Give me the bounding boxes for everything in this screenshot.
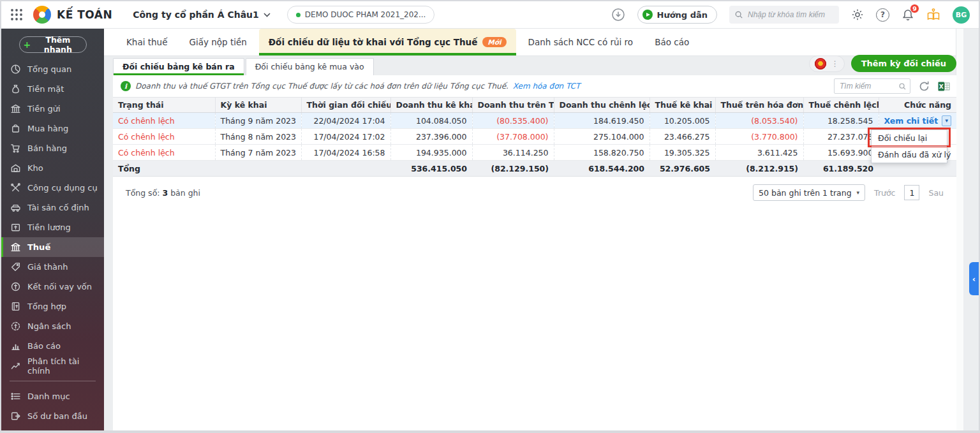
tab-bao-cao[interactable]: Báo cáo (645, 29, 699, 55)
add-period-button[interactable]: Thêm kỳ đối chiếu (851, 55, 956, 72)
cash-icon (10, 84, 21, 94)
module-tabs: Khai thuếGiấy nộp tiềnĐối chiếu dữ liệu … (104, 29, 956, 56)
tab-label: Danh sách NCC có rủi ro (528, 37, 634, 47)
sidebar-item-tai-san-co-dinh[interactable]: Tài sản cố định (1, 198, 104, 217)
app-logo-icon (33, 6, 51, 24)
cell-tax_tct: 3.611.425 (715, 145, 803, 161)
view-detail-link[interactable]: Xem chi tiết (884, 116, 939, 126)
export-excel-icon[interactable]: X (938, 81, 950, 92)
sidebar-item-label: Danh mục (27, 392, 70, 401)
avatar[interactable]: BG (953, 6, 970, 24)
total-tax_tct: (8.212.915) (715, 161, 803, 177)
cell-compared_at: 22/04/2024 17:04 (301, 113, 390, 129)
settings-icon[interactable] (851, 8, 864, 21)
current-page[interactable]: 1 (904, 185, 919, 200)
report-icon (10, 341, 21, 351)
cell-compared_at: 17/04/2024 16:58 (301, 145, 390, 161)
sidebar-item-ket-noi-vay-von[interactable]: Kết nối vay vốn (1, 277, 104, 297)
refresh-icon[interactable] (918, 80, 930, 92)
sidebar-item-label: Kho (27, 163, 43, 173)
column-header-tax_declared: Thuế kê khai (650, 98, 715, 113)
cell-period: Tháng 9 năm 2023 (215, 113, 301, 129)
sidebar-item-tien-luong[interactable]: Tiền lương (1, 217, 104, 237)
app-grid-icon[interactable] (10, 8, 23, 21)
row-actions-dropdown-button[interactable]: ▼ (942, 115, 951, 126)
sidebar-item-so-du-ban-dau[interactable]: Số dư ban đầu (1, 406, 104, 426)
reconciliation-table: Trạng tháiKỳ kê khaiThời gian đối chiếuD… (113, 97, 956, 177)
sidebar-item-label: Mua hàng (27, 124, 68, 133)
status-dot (296, 13, 301, 17)
sidebar-item-ngan-sach[interactable]: Ngân sách (1, 316, 104, 336)
quick-add-button[interactable]: + Thêm nhanh (19, 36, 87, 53)
sidebar-item-bao-cao[interactable]: Báo cáo (1, 336, 104, 356)
cell-rev_diff: 184.619.450 (554, 113, 650, 129)
tct-widget[interactable]: ⋮ (809, 55, 845, 72)
sidebar-item-tong-hop[interactable]: Tổng hợp (1, 297, 104, 316)
global-search[interactable] (729, 6, 839, 24)
view-tct-invoices-link[interactable]: Xem hóa đơn TCT (513, 82, 580, 91)
sidebar-item-ban-hang[interactable]: Bán hàng (1, 138, 104, 158)
cell-tax_tct: (3.770.800) (715, 129, 803, 145)
total-rev_tct: (82.129.150) (472, 161, 554, 177)
company-selector[interactable]: Công ty cổ phần Á Châu1 (129, 9, 274, 20)
scrollbar-track[interactable] (956, 29, 963, 430)
sidebar-item-mua-hang[interactable]: Mua hàng (1, 119, 104, 138)
guide-button[interactable]: Hướng dẫn (637, 6, 718, 24)
tag-icon (10, 261, 21, 272)
sidebar-item-tong-quan[interactable]: Tổng quan (1, 59, 104, 79)
notification-badge: 9 (910, 4, 919, 13)
sidebar-item-label: Công cụ dụng cụ (27, 183, 98, 193)
sidebar-item-phan-tich-tai-chinh[interactable]: Phân tích tài chính (1, 356, 104, 376)
subtab-mua-vao[interactable]: Đối chiếu bảng kê mua vào (246, 58, 374, 75)
record-count-unit: bản ghi (170, 188, 200, 198)
sidebar-item-gia-thanh[interactable]: Giá thành (1, 257, 104, 277)
tab-label: Báo cáo (655, 37, 689, 47)
table-search[interactable] (834, 78, 910, 94)
prev-page-button[interactable]: Trước (874, 188, 895, 198)
tools-icon (10, 182, 21, 193)
tab-giay-nop-tien[interactable]: Giấy nộp tiền (179, 29, 256, 55)
subtab-ban-ra[interactable]: Đối chiếu bảng kê bán ra (113, 58, 244, 75)
cell-rev_diff: 275.104.000 (554, 129, 650, 145)
notifications-icon[interactable]: 9 (902, 8, 914, 22)
sidebar-item-danh-muc[interactable]: Danh mục (1, 386, 104, 406)
table-search-input[interactable] (838, 81, 896, 91)
collapse-panel-handle[interactable]: ‹ (969, 262, 979, 295)
total-status: Tổng (113, 161, 215, 177)
kebab-menu-icon[interactable]: ⋮ (831, 60, 839, 68)
sidebar: + Thêm nhanh Tổng quanTiền mặtTiền gửiMu… (1, 29, 104, 430)
menu-item-danh-dau-da-xu-ly[interactable]: Đánh dấu đã xử lý (872, 146, 947, 163)
sidebar-item-label: Tiền lương (27, 223, 71, 232)
cart-icon (10, 143, 21, 154)
help-icon[interactable]: ? (876, 8, 889, 22)
table-row[interactable]: Có chênh lệchTháng 9 năm 202322/04/2024 … (113, 113, 956, 129)
sidebar-item-tien-mat[interactable]: Tiền mặt (1, 79, 104, 99)
next-page-button[interactable]: Sau (928, 188, 944, 198)
download-icon[interactable] (611, 8, 625, 22)
table-row[interactable]: Có chênh lệchTháng 8 năm 202317/04/2024 … (113, 129, 956, 145)
sidebar-item-label: Kết nối vay vốn (27, 282, 92, 291)
tab-danh-sach-ncc[interactable]: Danh sách NCC có rủi ro (519, 29, 643, 55)
sidebar-item-tien-gui[interactable]: Tiền gửi (1, 99, 104, 119)
guide-label: Hướng dẫn (657, 10, 708, 20)
database-tab[interactable]: DEMO DUOC PHAM 2021_202... (287, 6, 435, 24)
sidebar-item-thue[interactable]: Thuế (1, 237, 104, 257)
page-size-value: 50 bản ghi trên 1 trang (759, 188, 852, 198)
page-size-select[interactable]: 50 bản ghi trên 1 trang ▾ (753, 184, 865, 201)
cell-period: Tháng 8 năm 2023 (215, 129, 301, 145)
menu-item-doi-chieu-lai[interactable]: Đối chiếu lại (872, 130, 947, 146)
tab-label: Đối chiếu dữ liệu tờ khai với Tổng cục T… (269, 37, 478, 47)
tab-label: Giấy nộp tiền (189, 37, 246, 47)
salary-icon (10, 222, 21, 233)
table-row[interactable]: Có chênh lệchTháng 7 năm 202317/04/2024 … (113, 145, 956, 161)
caret-down-icon: ▾ (857, 189, 860, 196)
cell-period: Tháng 7 năm 2023 (215, 145, 301, 161)
total-rev_declared: 536.415.050 (390, 161, 472, 177)
whats-new-icon[interactable] (926, 8, 940, 22)
tab-doi-chieu-tct[interactable]: Đối chiếu dữ liệu tờ khai với Tổng cục T… (259, 29, 516, 55)
global-search-input[interactable] (746, 10, 833, 20)
bank-icon (10, 103, 21, 114)
tab-khai-thue[interactable]: Khai thuế (117, 29, 177, 55)
sidebar-item-kho[interactable]: Kho (1, 158, 104, 178)
sidebar-item-cong-cu-dung-cu[interactable]: Công cụ dụng cụ (1, 178, 104, 198)
